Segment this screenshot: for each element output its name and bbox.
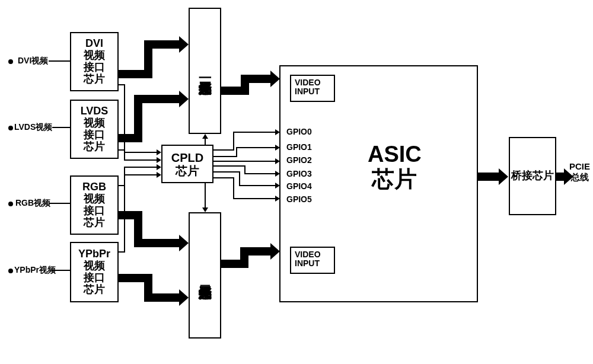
lvds-input-label: LVDS视频 — [14, 122, 52, 133]
lvds-chip-block: LVDS 视频 接口 芯片 — [70, 100, 119, 159]
gpio3-label: GPIO3 — [286, 169, 312, 178]
video-input-top-label: VIDEO INPUT — [295, 78, 321, 97]
cpld-block: CPLD 芯片 — [161, 145, 213, 183]
gpio2-label: GPIO2 — [286, 155, 312, 165]
dvi-chip-block: DVI 视频 接口 芯片 — [70, 32, 119, 91]
gpio0-label: GPIO0 — [286, 127, 312, 136]
gpio1-label: GPIO1 — [286, 142, 312, 152]
rgb-input-label: RGB视频 — [15, 198, 50, 209]
switch2-block: 第二总线选择开关 — [189, 212, 221, 339]
ypbpr-chip-block: YPbPr 视频 接口 芯片 — [70, 242, 119, 302]
video-input-bottom-label: VIDEO INPUT — [295, 250, 321, 269]
dvi-input-label: DVI视频 — [18, 56, 48, 66]
gpio4-label: GPIO4 — [286, 181, 312, 191]
rgb-chip-block: RGB 视频 接口 芯片 — [70, 175, 119, 235]
asic-title: ASIC 芯片 — [368, 142, 422, 192]
ypbpr-input-label: YPbPr视频 — [14, 265, 56, 276]
bridge-chip-block: 桥接芯片 — [509, 137, 556, 215]
gpio5-label: GPIO5 — [286, 194, 312, 204]
switch1-block: 第一总线选择开关 — [189, 8, 221, 134]
